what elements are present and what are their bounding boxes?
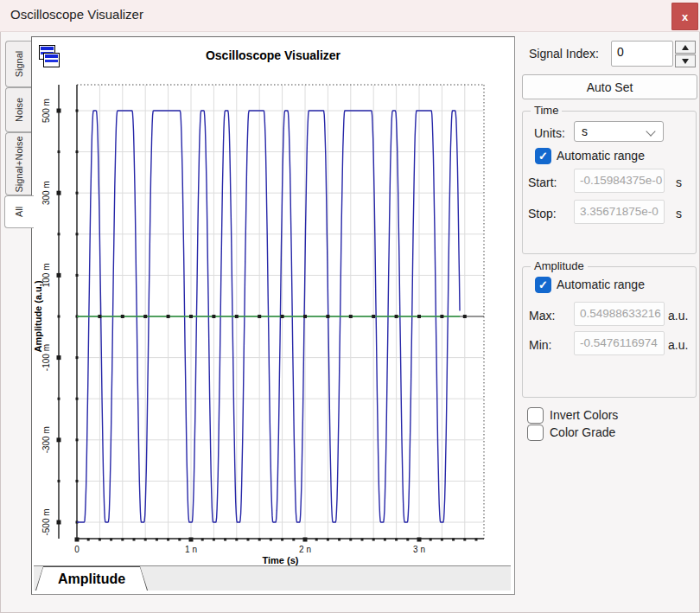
tab-amplitude[interactable]: Amplitude — [35, 566, 148, 591]
bottom-tab-bar: Amplitude — [34, 565, 511, 591]
svg-text:1 n: 1 n — [185, 545, 197, 554]
signal-index-label: Signal Index: — [529, 47, 599, 61]
tab-signal[interactable]: Signal — [5, 41, 32, 87]
oscilloscope-plot: 500 m300 m100 m-100 m-300 m-500 m01 n2 n… — [32, 70, 516, 604]
svg-text:300 m: 300 m — [41, 181, 51, 205]
color-grade-label: Color Grade — [550, 425, 615, 439]
oscilloscope-visualizer-window: { "window": { "title": "Oscilloscope Vis… — [0, 0, 700, 613]
amplitude-auto-range-checkbox[interactable]: ✓ — [535, 277, 551, 293]
time-auto-range-label: Automatic range — [557, 149, 645, 163]
signal-index-spin-up[interactable] — [675, 41, 696, 54]
start-input[interactable]: -0.15984375e-0 — [574, 169, 665, 193]
time-auto-range-checkbox[interactable]: ✓ — [535, 148, 551, 164]
stop-label: Stop: — [528, 207, 557, 220]
down-arrow-icon — [682, 59, 689, 64]
plot-panel: Oscilloscope Visualizer 500 m300 m100 m-… — [31, 36, 515, 595]
units-label: Units: — [534, 126, 565, 140]
max-input[interactable]: 0.54988633216 — [574, 302, 665, 326]
start-unit: s — [676, 176, 682, 189]
amplitude-auto-range-label: Automatic range — [557, 278, 645, 291]
signal-index-input[interactable]: 0 — [611, 41, 673, 67]
color-grade-checkbox[interactable] — [527, 425, 544, 441]
tab-amplitude-label: Amplitude — [36, 567, 147, 591]
min-label: Min: — [529, 338, 551, 352]
units-combobox[interactable]: s — [574, 121, 664, 142]
stop-unit: s — [676, 207, 682, 220]
tab-all[interactable]: All — [4, 195, 34, 228]
invert-colors-label: Invert Colors — [550, 408, 618, 422]
svg-text:-300 m: -300 m — [41, 426, 51, 453]
amplitude-group-title: Amplitude — [531, 259, 588, 272]
stop-input[interactable]: 3.35671875e-0 — [574, 200, 665, 224]
tab-noise-label: Noise — [14, 98, 24, 122]
units-value: s — [582, 125, 588, 138]
max-label: Max: — [529, 309, 555, 322]
min-input[interactable]: -0.5476116974 — [574, 331, 665, 355]
start-label: Start: — [528, 176, 557, 189]
up-arrow-icon — [682, 45, 689, 50]
check-icon: ✓ — [538, 278, 548, 291]
auto-set-button[interactable]: Auto Set — [522, 74, 697, 99]
min-unit: a.u. — [668, 338, 688, 352]
svg-text:500 m: 500 m — [41, 99, 51, 123]
svg-text:-500 m: -500 m — [41, 508, 51, 535]
svg-text:3 n: 3 n — [413, 545, 425, 554]
time-group-title: Time — [531, 104, 562, 117]
svg-text:0: 0 — [74, 545, 80, 554]
plot-title: Oscilloscope Visualizer — [32, 48, 514, 62]
title-bar: Oscilloscope Visualizer x — [0, 0, 700, 32]
svg-text:Time (s): Time (s) — [263, 555, 299, 565]
tab-signal-label: Signal — [14, 51, 24, 78]
max-unit: a.u. — [668, 309, 688, 322]
svg-text:Amplitude (a.u.): Amplitude (a.u.) — [33, 280, 43, 352]
svg-text:2 n: 2 n — [299, 545, 311, 554]
close-button[interactable]: x — [671, 3, 698, 30]
tab-all-label: All — [14, 207, 24, 217]
invert-colors-checkbox[interactable] — [527, 407, 544, 424]
tab-noise[interactable]: Noise — [5, 87, 32, 132]
tab-signal-noise[interactable]: Signal+Noise — [5, 132, 32, 195]
tab-signal-noise-label: Signal+Noise — [14, 136, 24, 192]
check-icon: ✓ — [538, 150, 548, 163]
chevron-down-icon — [646, 126, 655, 136]
signal-index-spin-down[interactable] — [675, 54, 696, 67]
window-title: Oscilloscope Visualizer — [10, 7, 143, 22]
